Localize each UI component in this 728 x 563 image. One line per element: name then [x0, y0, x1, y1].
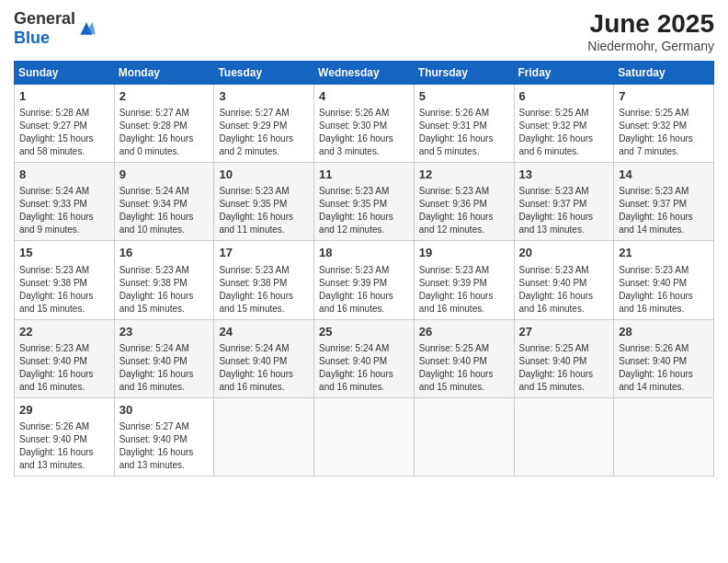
page-title: June 2025 [587, 9, 714, 39]
table-row: 3Sunrise: 5:27 AMSunset: 9:29 PMDaylight… [214, 85, 314, 163]
table-row: 18Sunrise: 5:23 AMSunset: 9:39 PMDayligh… [314, 241, 415, 319]
page-header: General Blue June 2025 Niedermohr, Germa… [14, 9, 714, 53]
logo-icon [77, 19, 96, 38]
col-sunday: Sunday [15, 62, 115, 85]
calendar-header-row: Sunday Monday Tuesday Wednesday Thursday… [15, 62, 714, 85]
col-friday: Friday [514, 62, 614, 85]
table-row: 1Sunrise: 5:28 AMSunset: 9:27 PMDaylight… [15, 85, 115, 163]
table-row: 19Sunrise: 5:23 AMSunset: 9:39 PMDayligh… [414, 241, 514, 319]
logo-blue: Blue [14, 29, 50, 47]
table-row: 6Sunrise: 5:25 AMSunset: 9:32 PMDaylight… [514, 85, 614, 163]
calendar-table: Sunday Monday Tuesday Wednesday Thursday… [14, 61, 714, 477]
table-row: 22Sunrise: 5:23 AMSunset: 9:40 PMDayligh… [15, 319, 115, 397]
table-row: 14Sunrise: 5:23 AMSunset: 9:37 PMDayligh… [614, 163, 714, 241]
table-row: 17Sunrise: 5:23 AMSunset: 9:38 PMDayligh… [214, 241, 314, 319]
table-row [414, 397, 514, 476]
table-row: 7Sunrise: 5:25 AMSunset: 9:32 PMDaylight… [614, 85, 714, 163]
table-row [314, 397, 415, 476]
table-row: 29Sunrise: 5:26 AMSunset: 9:40 PMDayligh… [15, 397, 115, 476]
table-row: 23Sunrise: 5:24 AMSunset: 9:40 PMDayligh… [114, 319, 214, 397]
table-row: 2Sunrise: 5:27 AMSunset: 9:28 PMDaylight… [114, 85, 214, 163]
logo-general: General [14, 9, 75, 28]
table-row [514, 397, 614, 476]
table-row: 15Sunrise: 5:23 AMSunset: 9:38 PMDayligh… [15, 241, 115, 319]
table-row: 25Sunrise: 5:24 AMSunset: 9:40 PMDayligh… [314, 319, 415, 397]
table-row [214, 397, 314, 476]
table-row: 8Sunrise: 5:24 AMSunset: 9:33 PMDaylight… [15, 163, 115, 241]
col-monday: Monday [114, 62, 214, 85]
table-row: 30Sunrise: 5:27 AMSunset: 9:40 PMDayligh… [114, 397, 214, 476]
table-row: 5Sunrise: 5:26 AMSunset: 9:31 PMDaylight… [414, 85, 514, 163]
table-row: 26Sunrise: 5:25 AMSunset: 9:40 PMDayligh… [414, 319, 514, 397]
table-row: 28Sunrise: 5:26 AMSunset: 9:40 PMDayligh… [614, 319, 714, 397]
table-row: 4Sunrise: 5:26 AMSunset: 9:30 PMDaylight… [314, 85, 415, 163]
table-row: 10Sunrise: 5:23 AMSunset: 9:35 PMDayligh… [214, 163, 314, 241]
table-row: 27Sunrise: 5:25 AMSunset: 9:40 PMDayligh… [514, 319, 614, 397]
title-block: June 2025 Niedermohr, Germany [587, 9, 714, 53]
col-saturday: Saturday [614, 62, 714, 85]
logo: General Blue [14, 9, 96, 48]
col-thursday: Thursday [414, 62, 514, 85]
table-row: 12Sunrise: 5:23 AMSunset: 9:36 PMDayligh… [414, 163, 514, 241]
table-row: 21Sunrise: 5:23 AMSunset: 9:40 PMDayligh… [614, 241, 714, 319]
table-row: 13Sunrise: 5:23 AMSunset: 9:37 PMDayligh… [514, 163, 614, 241]
table-row: 20Sunrise: 5:23 AMSunset: 9:40 PMDayligh… [514, 241, 614, 319]
table-row: 16Sunrise: 5:23 AMSunset: 9:38 PMDayligh… [114, 241, 214, 319]
table-row [614, 397, 714, 476]
table-row: 9Sunrise: 5:24 AMSunset: 9:34 PMDaylight… [114, 163, 214, 241]
table-row: 24Sunrise: 5:24 AMSunset: 9:40 PMDayligh… [214, 319, 314, 397]
col-wednesday: Wednesday [314, 62, 415, 85]
table-row: 11Sunrise: 5:23 AMSunset: 9:35 PMDayligh… [314, 163, 415, 241]
col-tuesday: Tuesday [214, 62, 314, 85]
page-subtitle: Niedermohr, Germany [587, 39, 714, 53]
